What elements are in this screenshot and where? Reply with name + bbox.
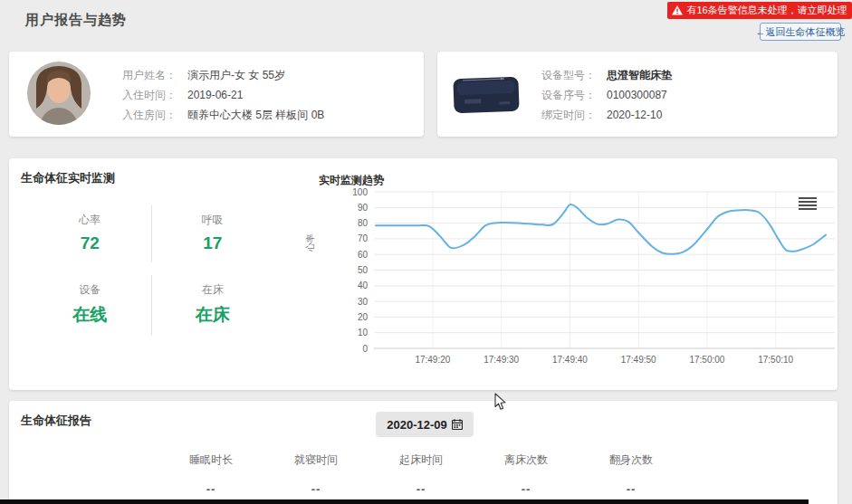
report-columns: 睡眠时长 -- 就寝时间 -- 起床时间 -- 离床次数 -- 翻身次数 -- (158, 452, 684, 496)
svg-text:17:49:50: 17:49:50 (621, 355, 656, 365)
svg-text:10: 10 (358, 328, 369, 338)
svg-text:50: 50 (358, 265, 369, 275)
calendar-icon (452, 419, 463, 430)
device-status-value: 在线 (29, 303, 151, 327)
svg-text:30: 30 (358, 297, 369, 307)
date-picker-value: 2020-12-09 (387, 418, 447, 432)
device-bind-time-row: 绑定时间： 2020-12-10 (541, 105, 672, 125)
sleep-duration-col: 睡眠时长 -- (158, 452, 263, 496)
series-心率 (376, 204, 826, 254)
svg-text:0: 0 (362, 344, 368, 354)
report-panel-title: 生命体征报告 (21, 413, 91, 429)
wakeup-time-label: 起床时间 (369, 452, 474, 468)
user-name-label: 用户姓名： (122, 68, 187, 83)
heart-rate-value: 72 (29, 233, 151, 253)
leave-bed-count-col: 离床次数 -- (474, 452, 579, 496)
bedtime-label: 就寝时间 (263, 452, 369, 468)
svg-text:70: 70 (358, 233, 369, 243)
device-serial-value: 0100300087 (607, 89, 667, 101)
device-serial-row: 设备序号： 0100300087 (541, 85, 672, 105)
device-model-row: 设备型号： 思澄智能床垫 (541, 65, 672, 85)
bed-status-label: 在床 (152, 282, 274, 298)
leave-bed-count-value: -- (474, 482, 579, 496)
vitals-panel: 生命体征实时监测 心率 72 呼吸 17 设备 在线 在床 在床 实时监测趋势 … (9, 158, 838, 390)
heart-rate-label: 心率 (29, 213, 151, 228)
chart-y-axis-name: 心率 (304, 230, 317, 255)
device-status-label: 设备 (29, 282, 151, 298)
device-bind-time-value: 2020-12-10 (607, 109, 662, 121)
alert-text: 有16条告警信息未处理，请立即处理 (686, 4, 847, 17)
device-fields: 设备型号： 思澄智能床垫 设备序号： 0100300087 绑定时间： 2020… (541, 65, 672, 125)
avatar (27, 62, 91, 125)
report-panel: 生命体征报告 2020-12-09 睡眠时长 -- 就寝时间 -- 起床时间 -… (9, 401, 838, 504)
svg-text:17:50:00: 17:50:00 (689, 355, 724, 365)
svg-text:60: 60 (358, 250, 369, 260)
checkin-time-label: 入住时间： (122, 88, 187, 103)
room-label: 入住房间： (122, 108, 187, 123)
bedtime-col: 就寝时间 -- (263, 452, 369, 496)
svg-text:17:49:30: 17:49:30 (483, 355, 519, 365)
svg-text:100: 100 (352, 187, 368, 197)
breathing-stat: 呼吸 17 (152, 205, 274, 262)
vitals-stats: 心率 72 呼吸 17 设备 在线 在床 在床 (29, 205, 273, 336)
breathing-value: 17 (152, 233, 274, 253)
user-name-row: 用户姓名： 演示用户-女 女 55岁 (122, 65, 324, 85)
date-picker-button[interactable]: 2020-12-09 (376, 412, 474, 437)
room-row: 入住房间： 颐养中心大楼 5层 样板间 0B (122, 105, 324, 125)
sleep-duration-label: 睡眠时长 (158, 452, 263, 468)
user-name-value: 演示用户-女 女 55岁 (187, 68, 285, 83)
bed-status-stat: 在床 在床 (152, 275, 274, 336)
sleep-duration-value: -- (158, 482, 263, 496)
turn-over-count-label: 翻身次数 (579, 452, 684, 468)
checkin-time-value: 2019-06-21 (187, 89, 243, 101)
breathing-label: 呼吸 (152, 213, 274, 228)
stat-row-2: 设备 在线 在床 在床 (29, 275, 273, 336)
svg-text:90: 90 (358, 203, 369, 213)
back-to-overview-button[interactable]: ←返回生命体征概览 (760, 23, 841, 41)
device-status-stat: 设备 在线 (29, 275, 152, 336)
svg-text:20: 20 (358, 312, 369, 322)
bed-status-value: 在床 (152, 303, 274, 327)
device-model-value: 思澄智能床垫 (607, 68, 672, 83)
back-button-label: ←返回生命体征概览 (756, 25, 846, 39)
checkin-time-row: 入住时间： 2019-06-21 (122, 85, 324, 105)
room-value: 颐养中心大楼 5层 样板间 0B (187, 108, 324, 123)
trend-line-chart: 010203040506070809010017:49:2017:49:3017… (312, 184, 838, 376)
device-info-card: 设备型号： 思澄智能床垫 设备序号： 0100300087 绑定时间： 2020… (437, 52, 838, 137)
svg-text:17:49:40: 17:49:40 (552, 355, 588, 365)
user-info-card: 用户姓名： 演示用户-女 女 55岁 入住时间： 2019-06-21 入住房间… (9, 52, 424, 137)
device-model-label: 设备型号： (541, 68, 607, 83)
chart-menu-icon[interactable] (799, 197, 817, 210)
stat-row-1: 心率 72 呼吸 17 (29, 205, 273, 262)
turn-over-count-value: -- (579, 482, 684, 496)
svg-text:40: 40 (358, 281, 369, 290)
wakeup-time-col: 起床时间 -- (369, 452, 474, 496)
device-serial-label: 设备序号： (541, 88, 607, 103)
user-fields: 用户姓名： 演示用户-女 女 55岁 入住时间： 2019-06-21 入住房间… (122, 65, 324, 125)
wakeup-time-value: -- (369, 482, 474, 496)
device-bind-time-label: 绑定时间： (541, 108, 607, 123)
alert-banner[interactable]: 有16条告警信息未处理，请立即处理 (667, 2, 852, 19)
svg-text:17:50:10: 17:50:10 (758, 355, 793, 365)
vitals-panel-title: 生命体征实时监测 (21, 170, 115, 186)
svg-text:80: 80 (358, 218, 369, 228)
page-title: 用户报告与趋势 (25, 12, 127, 29)
warning-triangle-icon (672, 5, 683, 15)
bottom-bar (0, 499, 809, 504)
turn-over-count-col: 翻身次数 -- (579, 452, 684, 496)
bedtime-value: -- (263, 482, 369, 496)
leave-bed-count-label: 离床次数 (474, 452, 579, 468)
device-image (452, 75, 522, 119)
heart-rate-stat: 心率 72 (29, 205, 152, 262)
svg-text:17:49:20: 17:49:20 (415, 355, 450, 365)
